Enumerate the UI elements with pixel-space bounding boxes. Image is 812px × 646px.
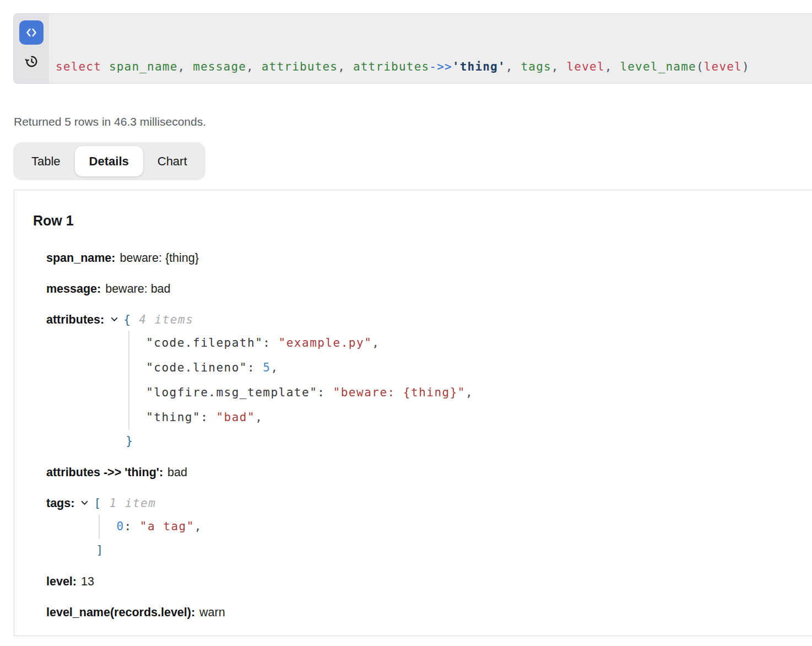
field-attributes-thing: attributes ->> 'thing':bad	[46, 465, 802, 480]
open-brace: {	[123, 313, 131, 326]
sql-token: tags	[513, 60, 551, 73]
json-separator: :	[201, 411, 216, 424]
history-icon	[24, 54, 39, 69]
sql-token: )	[742, 60, 750, 73]
sql-token: level	[704, 60, 742, 73]
json-tree-tags: [1 item 0: "a tag", ]	[94, 496, 202, 561]
tab-table[interactable]: Table	[17, 146, 75, 176]
json-separator: :	[247, 361, 263, 374]
field-attributes: attributes: {4 items "code.filepath": "e…	[46, 313, 802, 452]
field-label: message:	[46, 282, 101, 295]
json-value: "beware: {thing}"	[333, 386, 465, 399]
sql-token: ->>	[429, 60, 452, 73]
sql-query-text[interactable]: select span_name, message, attributes, a…	[49, 14, 759, 83]
close-brace: }	[126, 434, 133, 448]
sql-token: attributes	[345, 60, 429, 73]
code-brackets-icon	[24, 25, 39, 40]
field-value: 13	[81, 575, 94, 588]
row-title: Row 1	[33, 212, 802, 229]
sql-token: select	[56, 60, 101, 73]
json-open-line: {4 items	[123, 313, 473, 327]
field-level-name: level_name(records.level):warn	[46, 605, 802, 620]
item-count: 4 items	[139, 313, 193, 326]
details-panel: Row 1 span_name:beware: {thing} message:…	[14, 190, 812, 636]
json-index: 0	[116, 520, 124, 533]
chevron-down-icon[interactable]	[80, 498, 89, 508]
sql-token: (	[696, 60, 704, 73]
field-span-name: span_name:beware: {thing}	[46, 251, 802, 266]
json-separator: :	[263, 336, 278, 349]
json-body: "code.filepath": "example.py", "code.lin…	[128, 331, 473, 430]
json-separator: :	[317, 386, 333, 399]
query-editor: select span_name, message, attributes, a…	[13, 13, 812, 84]
json-key: "logfire.msg_template"	[146, 386, 317, 399]
field-tags: tags: [1 item 0: "a tag", ]	[46, 496, 802, 561]
sql-token: ,	[246, 60, 254, 73]
sql-token: ,	[506, 60, 513, 73]
field-value: bad	[167, 466, 187, 479]
json-comma: ,	[465, 386, 473, 399]
json-row: "thing": "bad",	[146, 405, 473, 430]
json-comma: ,	[194, 520, 202, 533]
json-close-line: }	[126, 430, 473, 452]
json-row: "code.lineno": 5,	[146, 356, 473, 380]
field-label: attributes:	[46, 313, 104, 327]
sql-token: level	[559, 60, 605, 73]
json-value: "a tag"	[140, 520, 194, 533]
field-message: message:beware: bad	[46, 282, 802, 297]
field-label: attributes ->> 'thing':	[46, 466, 163, 479]
json-row: 0: "a tag",	[116, 514, 202, 539]
json-separator: :	[124, 520, 140, 533]
item-count: 1 item	[110, 497, 156, 510]
field-level: level:13	[46, 574, 802, 589]
field-value: beware: {thing}	[120, 251, 198, 265]
sql-line-1: select span_name, message, attributes, a…	[56, 58, 750, 76]
field-value: warn	[199, 606, 225, 619]
sql-token: attributes	[254, 60, 338, 73]
query-history-button[interactable]	[23, 53, 40, 69]
field-label: level_name(records.level):	[46, 606, 195, 619]
json-body: 0: "a tag",	[99, 514, 202, 539]
sql-token: ,	[605, 60, 613, 73]
json-key: "code.filepath"	[146, 336, 263, 349]
open-bracket: [	[94, 497, 101, 510]
json-close-line: ]	[96, 539, 202, 561]
chevron-down-icon[interactable]	[110, 315, 119, 324]
query-result-status: Returned 5 rows in 46.3 milliseconds.	[14, 115, 206, 129]
json-comma: ,	[255, 411, 263, 424]
json-key: "thing"	[146, 411, 201, 424]
json-row: "code.filepath": "example.py",	[146, 331, 473, 356]
json-tree-attributes: {4 items "code.filepath": "example.py", …	[123, 313, 473, 452]
sql-token: ,	[338, 60, 345, 73]
json-value: "example.py"	[279, 336, 372, 349]
field-label: span_name:	[46, 251, 115, 265]
json-comma: ,	[270, 361, 278, 374]
code-mode-button[interactable]	[19, 20, 44, 45]
editor-gutter	[14, 14, 49, 83]
sql-token: message	[185, 60, 246, 73]
json-value: "bad"	[216, 411, 255, 424]
sql-token: ,	[551, 60, 559, 73]
json-value: 5	[263, 361, 270, 374]
sql-token: span_name	[101, 60, 177, 73]
tab-chart[interactable]: Chart	[143, 146, 202, 176]
json-open-line: [1 item	[94, 496, 202, 511]
field-label: tags:	[46, 496, 74, 511]
sql-token: ,	[178, 60, 186, 73]
tab-details[interactable]: Details	[75, 146, 143, 176]
field-label: level:	[46, 575, 77, 588]
sql-token: level_name	[613, 60, 696, 73]
result-view-tabs: Table Details Chart	[13, 142, 205, 180]
json-comma: ,	[372, 336, 380, 349]
json-key: "code.lineno"	[146, 361, 247, 374]
json-row: "logfire.msg_template": "beware: {thing}…	[146, 380, 473, 405]
sql-token: 'thing'	[452, 60, 506, 73]
field-value: beware: bad	[105, 282, 170, 295]
close-bracket: ]	[96, 543, 104, 557]
